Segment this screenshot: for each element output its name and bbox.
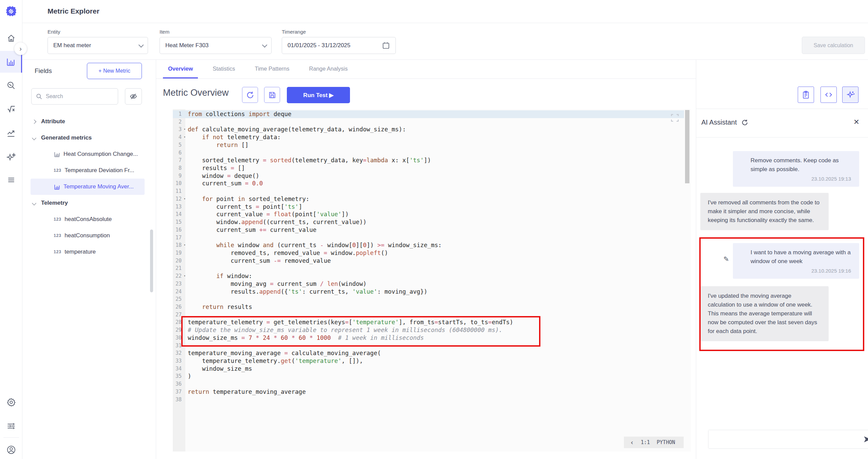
save-calculation-button[interactable]: Save calculation: [802, 37, 865, 54]
refresh-button[interactable]: [242, 87, 258, 103]
fold-marker-icon[interactable]: ▾: [183, 241, 186, 249]
line-number: 11: [173, 187, 183, 195]
code-text: moving_avg = current_sum / len(window): [186, 280, 367, 288]
tree-item-temperature-moving-aver[interactable]: Temperature Moving Aver...: [31, 179, 145, 195]
code-lines: 1from collections import deque2​3▾def ca…: [173, 110, 684, 403]
sidebar-item-ai[interactable]: [0, 148, 22, 166]
code-line-37[interactable]: 37return temperature_moving_average: [173, 388, 684, 396]
sidebar-item-trends[interactable]: [0, 124, 22, 143]
code-line-31[interactable]: 31​: [173, 342, 684, 350]
search-input[interactable]: [46, 93, 114, 99]
tree-item-temperature[interactable]: 123temperature: [31, 244, 145, 260]
ai-assistant-button[interactable]: [842, 87, 858, 103]
editor-scrollbar[interactable]: [685, 110, 689, 183]
code-line-8[interactable]: 8 results = []: [173, 164, 684, 172]
tree-section-generated-metrics[interactable]: Generated metrics: [22, 130, 151, 146]
code-line-33[interactable]: 33 temperature_telemetry.get('temperatur…: [173, 357, 684, 365]
code-line-16[interactable]: 16 current_sum += current_value: [173, 226, 684, 234]
search-analytics-icon: [6, 81, 16, 90]
fold-marker-icon[interactable]: ▾: [183, 195, 186, 203]
sidebar-item-settings[interactable]: [0, 393, 22, 411]
code-line-34[interactable]: 34 window_size_ms: [173, 365, 684, 373]
tree-item-temperature-deviation-fr[interactable]: 123Temperature Deviation Fr...: [31, 162, 145, 179]
code-line-15[interactable]: 15 window.append((current_ts, current_va…: [173, 218, 684, 226]
timerange-select[interactable]: 01/01/2025 - 31/12/2025: [282, 37, 396, 54]
rail-divider: [3, 437, 19, 438]
chevron-down-icon: [262, 42, 267, 48]
sidebar-item-formulas[interactable]: [0, 99, 22, 118]
code-line-3[interactable]: 3▾def calculate_moving_average(telemetry…: [173, 126, 684, 133]
code-line-11[interactable]: 11​: [173, 187, 684, 195]
tab-time-patterns[interactable]: Time Patterns: [250, 60, 294, 78]
tree-item-heat-consumption-change[interactable]: Heat Consumption Change...: [31, 146, 145, 162]
run-test-button[interactable]: Run Test ▶: [287, 87, 350, 103]
code-line-28[interactable]: 28temperature_telemetry = get_telemetrie…: [173, 318, 684, 326]
tree-item-heatconsumption[interactable]: 123heatConsumption: [31, 227, 145, 244]
fold-gutter: [183, 157, 186, 164]
code-line-21[interactable]: 21​: [173, 264, 684, 272]
tree-item-heatconsabsolute[interactable]: 123heatConsAbsolute: [31, 211, 145, 227]
code-line-25[interactable]: 25​: [173, 295, 684, 303]
code-line-36[interactable]: 36​: [173, 380, 684, 388]
new-metric-button[interactable]: + New Metric: [87, 63, 142, 79]
collapse-status-icon[interactable]: ‹: [630, 439, 634, 446]
code-line-17[interactable]: 17​: [173, 234, 684, 242]
chevron-down-icon: [32, 201, 36, 205]
tab-statistics[interactable]: Statistics: [207, 60, 240, 78]
code-line-26[interactable]: 26 return results: [173, 303, 684, 311]
code-line-23[interactable]: 23 moving_avg = current_sum / len(window…: [173, 280, 684, 288]
fold-gutter: [183, 149, 186, 157]
code-line-9[interactable]: 9 window = deque(): [173, 172, 684, 180]
code-line-29[interactable]: 29# Update the window_size_ms variable t…: [173, 326, 684, 334]
tab-overview[interactable]: Overview: [163, 60, 198, 78]
code-line-14[interactable]: 14 current_value = float(point['value']): [173, 210, 684, 218]
code-line-12[interactable]: 12▾ for point in sorted_telemetry:: [173, 195, 684, 203]
code-line-1[interactable]: 1from collections import deque: [173, 110, 684, 118]
code-text: return results: [186, 303, 252, 311]
fold-marker-icon[interactable]: ▾: [183, 272, 186, 280]
tab-range-analysis[interactable]: Range Analysis: [304, 60, 353, 78]
tree-section-telemetry[interactable]: Telemetry: [22, 195, 151, 211]
edit-message-icon[interactable]: ✎: [723, 255, 729, 263]
code-view-button[interactable]: [820, 87, 837, 103]
save-icon-button[interactable]: [264, 87, 280, 103]
code-line-6[interactable]: 6​: [173, 149, 684, 157]
code-line-35[interactable]: 35): [173, 372, 684, 380]
code-line-19[interactable]: 19 removed_ts, removed_value = window.po…: [173, 249, 684, 257]
code-editor[interactable]: 1from collections import deque2​3▾def ca…: [173, 109, 691, 452]
sidebar-item-menu[interactable]: [0, 171, 22, 189]
fields-scrollbar[interactable]: [150, 230, 153, 292]
reset-chat-icon[interactable]: [741, 119, 749, 126]
code-line-30[interactable]: 30window_size_ms = 7 * 24 * 60 * 60 * 10…: [173, 334, 684, 342]
code-line-10[interactable]: 10 current_sum = 0.0: [173, 180, 684, 187]
code-line-4[interactable]: 4▾ if not telemetry_data:: [173, 133, 684, 141]
code-line-38[interactable]: 38​: [173, 396, 684, 404]
close-icon[interactable]: ×: [854, 117, 859, 127]
code-line-13[interactable]: 13 current_ts = point['ts']: [173, 203, 684, 211]
code-line-18[interactable]: 18▾ while window and (current_ts - windo…: [173, 241, 684, 249]
line-number: 25: [173, 295, 183, 303]
item-select[interactable]: Heat Meter F303: [160, 37, 272, 54]
tree-section-attribute[interactable]: Attribute: [22, 113, 151, 130]
hide-fields-button[interactable]: [125, 88, 142, 105]
fold-gutter: [183, 141, 186, 149]
sidebar-item-preferences[interactable]: [0, 417, 22, 435]
sidebar-item-explore[interactable]: [0, 76, 22, 94]
code-line-22[interactable]: 22▾ if window:: [173, 272, 684, 280]
sidebar-item-profile[interactable]: [0, 441, 22, 459]
code-line-27[interactable]: 27​: [173, 311, 684, 319]
code-line-32[interactable]: 32temperature_moving_average = calculate…: [173, 349, 684, 357]
code-line-7[interactable]: 7 sorted_telemetry = sorted(telemetry_da…: [173, 157, 684, 164]
send-button[interactable]: [863, 435, 868, 444]
code-line-24[interactable]: 24 results.append({'ts': current_ts, 'va…: [173, 288, 684, 296]
fold-marker-icon[interactable]: ▾: [183, 126, 186, 133]
fold-marker-icon[interactable]: ▾: [183, 133, 186, 141]
code-line-2[interactable]: 2​: [173, 118, 684, 126]
expand-sidebar-button[interactable]: ›: [14, 42, 27, 55]
entity-select[interactable]: EM heat meter: [48, 37, 148, 54]
notes-button[interactable]: [798, 87, 814, 103]
code-line-20[interactable]: 20 current_sum -= removed_value: [173, 257, 684, 265]
code-line-5[interactable]: 5 return []: [173, 141, 684, 149]
chat-input[interactable]: [708, 430, 863, 448]
fullscreen-icon[interactable]: [670, 113, 680, 124]
